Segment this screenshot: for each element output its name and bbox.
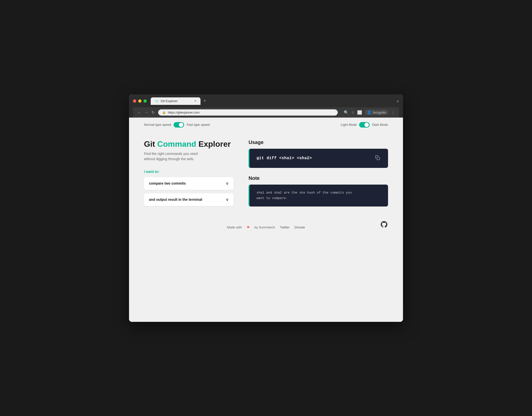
back-button[interactable]: ← <box>137 110 142 115</box>
footer-by: by Summitech <box>255 225 275 229</box>
title-suffix: Explorer <box>196 139 231 148</box>
app-description: Find the right commands you need without… <box>144 151 234 162</box>
mode-controls: Light Mode Dark Mode <box>341 122 388 128</box>
active-tab[interactable]: ⌥ Git Explorer ✕ <box>151 97 200 105</box>
first-dropdown-value: compare two commits <box>149 181 186 185</box>
page-content: Normal type speed Fast type speed Light … <box>129 118 403 322</box>
left-panel: Git Command Explorer Find the right comm… <box>144 139 234 209</box>
code-block: git diff <sha1> <sha2> <box>249 149 388 168</box>
address-text: https://gitexplorer.com <box>168 111 200 114</box>
lock-icon: 🔒 <box>162 111 166 114</box>
note-text: sha1 and sha2 are the sha hash of the co… <box>257 190 381 201</box>
title-command: Command <box>157 139 196 148</box>
browser-titlebar: ⌥ Git Explorer ✕ + ∨ <box>133 97 399 105</box>
browser-window: ⌥ Git Explorer ✕ + ∨ ← → ↻ 🔒 https://git… <box>129 94 403 322</box>
second-dropdown[interactable]: and output result in the terminal ∨ <box>144 193 234 206</box>
footer-heart: ❤ <box>247 225 250 229</box>
footer: Made with ❤ by Summitech Twitter Donate <box>129 219 403 235</box>
light-mode-label: Light Mode <box>341 123 357 127</box>
right-panel: Usage git diff <sha1> <sha2> Note sha1 a… <box>249 139 388 209</box>
incognito-icon: 👤 <box>367 110 371 114</box>
title-prefix: Git <box>144 139 157 148</box>
refresh-button[interactable]: ↻ <box>151 110 155 115</box>
fast-speed-label: Fast type speed <box>187 123 210 127</box>
code-text: git diff <sha1> <sha2> <box>257 156 312 160</box>
speed-toggle[interactable] <box>174 122 184 128</box>
traffic-light-green[interactable] <box>143 99 147 103</box>
traffic-light-yellow[interactable] <box>138 99 141 103</box>
normal-speed-label: Normal type speed <box>144 123 171 127</box>
tab-overflow[interactable]: ∨ <box>397 99 399 103</box>
nav-buttons: ← → ↻ <box>137 110 155 115</box>
note-title: Note <box>249 175 388 181</box>
main-layout: Git Command Explorer Find the right comm… <box>129 132 403 219</box>
incognito-button[interactable]: 👤 Incognito <box>365 110 389 115</box>
copy-button[interactable] <box>374 154 381 162</box>
browser-chrome: ⌥ Git Explorer ✕ + ∨ ← → ↻ 🔒 https://git… <box>129 94 403 118</box>
traffic-lights <box>133 99 147 103</box>
note-block: sha1 and sha2 are the sha hash of the co… <box>249 185 388 207</box>
traffic-light-red[interactable] <box>133 99 136 103</box>
incognito-label: Incognito <box>373 111 386 114</box>
more-button[interactable]: ⋮ <box>391 110 395 115</box>
bookmark-button[interactable]: ☆ <box>351 110 355 115</box>
dark-toggle-thumb <box>364 123 369 127</box>
i-want-label: I want to: <box>144 170 234 174</box>
browser-actions: 🔍 ☆ ⬜ 👤 Incognito ⋮ <box>344 110 395 115</box>
footer-made-with: Made with <box>227 225 242 229</box>
browser-addressbar: ← → ↻ 🔒 https://gitexplorer.com 🔍 ☆ ⬜ 👤 … <box>133 107 399 118</box>
speed-controls: Normal type speed Fast type speed <box>144 122 210 128</box>
dark-mode-toggle[interactable] <box>359 122 370 128</box>
first-dropdown[interactable]: compare two commits ∨ <box>144 177 234 190</box>
second-dropdown-arrow: ∨ <box>226 197 229 202</box>
tab-label: Git Explorer <box>161 99 178 103</box>
dark-mode-label: Dark Mode <box>372 123 388 127</box>
app-title: Git Command Explorer <box>144 139 234 149</box>
split-button[interactable]: ⬜ <box>357 110 362 115</box>
tab-close-button[interactable]: ✕ <box>194 99 197 103</box>
usage-title: Usage <box>249 139 388 145</box>
first-dropdown-arrow: ∨ <box>226 181 229 186</box>
new-tab-button[interactable]: + <box>201 97 208 105</box>
search-button[interactable]: 🔍 <box>344 110 349 115</box>
toggle-thumb <box>179 123 183 127</box>
footer-donate-link[interactable]: Donate <box>295 225 305 229</box>
address-bar[interactable]: 🔒 https://gitexplorer.com <box>158 109 338 116</box>
tab-favicon: ⌥ <box>155 99 159 103</box>
second-dropdown-value: and output result in the terminal <box>149 198 202 202</box>
svg-rect-0 <box>377 157 380 160</box>
footer-twitter-link[interactable]: Twitter <box>280 225 289 229</box>
tab-bar: ⌥ Git Explorer ✕ + ∨ <box>151 97 399 105</box>
footer-github-link[interactable] <box>380 220 388 230</box>
forward-button[interactable]: → <box>144 110 149 115</box>
top-bar: Normal type speed Fast type speed Light … <box>129 118 403 132</box>
